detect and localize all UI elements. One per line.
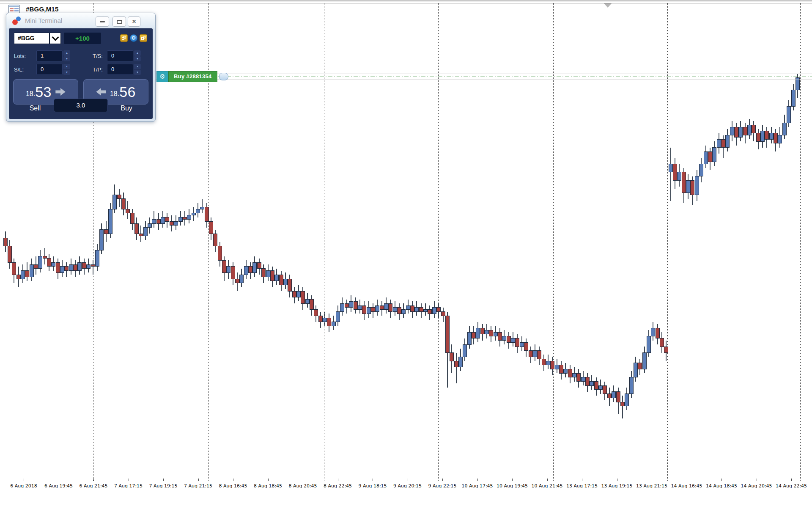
- new-order-window-button[interactable]: [120, 34, 128, 42]
- candle: [305, 293, 309, 308]
- candle: [95, 244, 99, 271]
- candle: [638, 359, 642, 375]
- candle: [178, 211, 182, 226]
- take-profit-stepper[interactable]: ▲ ▼: [134, 64, 141, 75]
- candle: [734, 123, 738, 145]
- candle: [402, 303, 406, 318]
- stop-loss-stepper[interactable]: ▲ ▼: [63, 64, 70, 75]
- candle: [765, 127, 769, 148]
- time-axis-label: 9 Aug 22:15: [428, 483, 456, 489]
- minimize-button[interactable]: [96, 17, 109, 27]
- axis-tick: [617, 479, 617, 481]
- candle: [165, 213, 169, 228]
- candle: [787, 100, 791, 127]
- candle: [170, 215, 173, 232]
- candle: [52, 256, 55, 271]
- stop-loss-input[interactable]: 0: [36, 64, 63, 75]
- lots-stepper[interactable]: ▲ ▼: [63, 50, 70, 61]
- candle: [726, 129, 730, 151]
- candle: [642, 347, 646, 373]
- buy-button-label: Buy: [105, 105, 148, 112]
- stepper-up-icon[interactable]: ▲: [134, 50, 141, 56]
- maximize-icon: [117, 20, 122, 24]
- sell-button-label: Sell: [14, 105, 56, 112]
- order-label[interactable]: Buy #2881354: [168, 71, 217, 82]
- candle: [209, 217, 213, 240]
- symbol-dropdown-button[interactable]: [49, 33, 61, 44]
- candle: [113, 184, 117, 213]
- order-flag[interactable]: ⚙ Buy #2881354: [156, 71, 228, 82]
- candle: [301, 287, 305, 309]
- stepper-down-icon[interactable]: ▼: [134, 70, 141, 75]
- candle: [332, 316, 335, 330]
- candle: [568, 365, 572, 384]
- time-axis-label: 14 Aug 20:45: [741, 483, 772, 489]
- candle: [108, 203, 112, 238]
- candle: [349, 295, 353, 312]
- candle: [612, 385, 616, 402]
- copy-window-icon: [122, 36, 126, 40]
- take-profit-label: T/P:: [93, 66, 103, 73]
- candle: [538, 347, 541, 365]
- candle: [25, 262, 29, 281]
- candle: [669, 148, 672, 201]
- candle: [336, 305, 340, 326]
- candle: [60, 260, 64, 277]
- chart-title: #BGG,M15: [26, 6, 58, 13]
- trailing-stop-label: T/S:: [93, 53, 103, 59]
- candle: [796, 74, 799, 98]
- candle: [529, 347, 532, 363]
- candle: [87, 259, 91, 273]
- candle: [599, 380, 603, 394]
- stepper-down-icon[interactable]: ▼: [63, 70, 70, 75]
- time-axis-label: 8 Aug 22:45: [324, 483, 352, 489]
- chevron-down-icon: [52, 33, 59, 41]
- candle: [38, 250, 42, 272]
- close-button[interactable]: ✕: [128, 17, 140, 27]
- candle: [424, 303, 428, 316]
- candle: [354, 297, 357, 314]
- order-settings-icon[interactable]: ⚙: [156, 71, 168, 82]
- candle: [564, 363, 568, 377]
- order-drag-handle[interactable]: [219, 73, 228, 80]
- candle: [752, 121, 756, 142]
- candle: [437, 303, 441, 318]
- candle: [748, 119, 752, 140]
- chart-document-icon: [8, 5, 20, 13]
- symbol-field[interactable]: #BGG: [14, 33, 49, 44]
- sell-price-big: 53: [35, 84, 52, 100]
- candle: [656, 324, 659, 345]
- stepper-up-icon[interactable]: ▲: [63, 64, 70, 69]
- candle: [524, 338, 528, 357]
- time-axis-label: 14 Aug 16:45: [671, 483, 702, 489]
- trailing-stop-stepper[interactable]: ▲ ▼: [134, 50, 141, 61]
- candle: [3, 231, 7, 252]
- candle: [174, 215, 178, 230]
- sell-price-small: 18.: [26, 90, 35, 98]
- mini-terminal-titlebar[interactable]: Mini Terminal ✕: [6, 13, 155, 28]
- candle: [620, 396, 624, 418]
- candle: [30, 259, 33, 281]
- candle: [12, 259, 16, 283]
- time-axis-label: 6 Aug 19:45: [44, 483, 73, 489]
- settings-button[interactable]: ⚙: [130, 34, 137, 42]
- spread-value: 3.0: [54, 99, 108, 112]
- candle: [161, 211, 165, 228]
- candle: [691, 176, 694, 205]
- stepper-down-icon[interactable]: ▼: [63, 56, 70, 62]
- duplicate-terminal-button[interactable]: [140, 34, 147, 42]
- lots-input[interactable]: 1: [36, 50, 63, 61]
- candle: [56, 259, 60, 279]
- maximize-button[interactable]: [112, 17, 126, 27]
- stepper-up-icon[interactable]: ▲: [63, 50, 70, 56]
- candle: [236, 272, 239, 291]
- stepper-up-icon[interactable]: ▲: [134, 64, 141, 69]
- stepper-down-icon[interactable]: ▼: [134, 56, 141, 62]
- candle: [240, 269, 244, 287]
- time-axis-label: 14 Aug 22:45: [776, 483, 807, 489]
- candle: [393, 301, 397, 316]
- candle: [713, 141, 716, 166]
- candle: [345, 300, 348, 314]
- trailing-stop-input[interactable]: 0: [107, 50, 133, 61]
- take-profit-input[interactable]: 0: [107, 64, 133, 75]
